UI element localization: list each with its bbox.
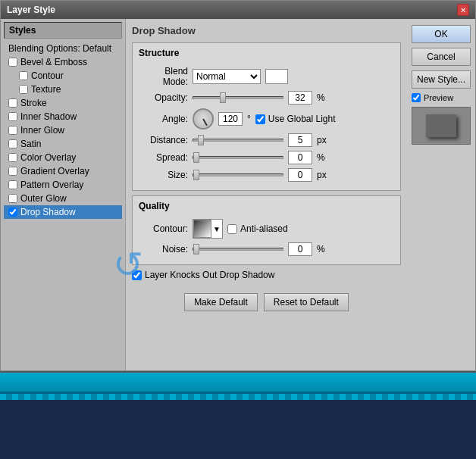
sidebar-item-color-overlay[interactable]: Color Overlay	[4, 151, 122, 164]
blend-mode-select[interactable]: Normal Multiply Screen Overlay	[193, 69, 261, 84]
size-input[interactable]: 0	[288, 168, 312, 182]
outer-glow-checkbox[interactable]	[8, 194, 17, 203]
inner-glow-checkbox[interactable]	[8, 126, 17, 135]
angle-label: Angle:	[139, 114, 188, 124]
preview-checkbox[interactable]	[412, 93, 421, 102]
bevel-emboss-checkbox[interactable]	[8, 58, 17, 67]
sidebar-item-gradient-overlay[interactable]: Gradient Overlay	[4, 164, 122, 178]
canvas-main	[0, 400, 476, 459]
angle-row: Angle: 120 ° Use Global Light	[139, 108, 394, 130]
spread-label: Spread:	[139, 152, 188, 163]
contour-select[interactable]: ▼	[193, 219, 223, 239]
satin-label: Satin	[20, 139, 41, 149]
distance-label: Distance:	[139, 135, 188, 145]
main-content: Drop Shadow Structure Blend Mode: Normal…	[126, 19, 407, 370]
gradient-overlay-checkbox[interactable]	[8, 167, 17, 176]
sidebar-item-satin[interactable]: Satin	[4, 137, 122, 151]
texture-checkbox[interactable]	[19, 85, 28, 94]
satin-checkbox[interactable]	[8, 139, 17, 148]
contour-checkbox[interactable]	[19, 71, 28, 80]
blending-options-label: Blending Options: Default	[8, 43, 111, 54]
opacity-slider[interactable]	[193, 96, 283, 99]
quality-label: Quality	[139, 201, 394, 214]
anti-aliased-label[interactable]: Anti-aliased	[227, 223, 288, 234]
ok-button[interactable]: OK	[412, 25, 471, 43]
sidebar-item-inner-glow[interactable]: Inner Glow	[4, 123, 122, 137]
inner-shadow-checkbox[interactable]	[8, 112, 17, 121]
sidebar-item-contour[interactable]: Contour	[4, 69, 122, 83]
layer-knocks-out-row: Layer Knocks Out Drop Shadow	[132, 270, 401, 280]
left-panel: Styles Blending Options: Default Bevel &…	[1, 19, 126, 370]
noise-input[interactable]: 0	[288, 242, 312, 256]
color-overlay-checkbox[interactable]	[8, 153, 17, 162]
contour-label: Contour:	[139, 223, 188, 234]
sidebar-item-outer-glow[interactable]: Outer Glow	[4, 192, 122, 205]
opacity-row: Opacity: 32 %	[139, 91, 394, 105]
sidebar-item-texture[interactable]: Texture	[4, 83, 122, 96]
opacity-input[interactable]: 32	[288, 91, 312, 105]
noise-slider[interactable]	[193, 248, 283, 251]
angle-input[interactable]: 120	[218, 112, 243, 126]
bottom-buttons: Make Default Reset to Default	[132, 293, 401, 311]
pattern-overlay-checkbox[interactable]	[8, 180, 17, 189]
gradient-overlay-label: Gradient Overlay	[20, 166, 89, 176]
texture-label: Texture	[31, 84, 61, 95]
spread-slider[interactable]	[193, 156, 283, 159]
dialog-title: Layer Style	[7, 5, 55, 15]
color-overlay-label: Color Overlay	[20, 152, 76, 163]
sidebar-item-inner-shadow[interactable]: Inner Shadow	[4, 110, 122, 123]
blend-mode-label: Blend Mode:	[139, 66, 188, 87]
stroke-checkbox[interactable]	[8, 98, 17, 108]
use-global-light-label[interactable]: Use Global Light	[255, 114, 336, 124]
far-right-panel: OK Cancel New Style... Preview	[407, 19, 475, 370]
spread-row: Spread: 0 %	[139, 151, 394, 164]
canvas-zigzag	[0, 394, 476, 400]
new-style-button[interactable]: New Style...	[412, 70, 471, 89]
distance-input[interactable]: 5	[288, 133, 312, 147]
canvas-top-strip	[0, 373, 476, 394]
angle-unit: °	[247, 114, 251, 124]
angle-dial[interactable]	[193, 108, 214, 130]
contour-dropdown-arrow: ▼	[213, 225, 221, 233]
bevel-emboss-label: Bevel & Emboss	[20, 57, 87, 67]
drop-shadow-label: Drop Shadow	[20, 207, 76, 217]
preview-label[interactable]: Preview	[412, 93, 471, 102]
quality-section: Quality Contour: ▼ Anti-aliased Noise:	[132, 195, 401, 265]
make-default-button[interactable]: Make Default	[184, 293, 258, 311]
drop-shadow-title: Drop Shadow	[132, 25, 401, 36]
inner-glow-label: Inner Glow	[20, 125, 64, 136]
inner-shadow-label: Inner Shadow	[20, 111, 77, 122]
drop-shadow-checkbox[interactable]	[8, 208, 17, 217]
spread-input[interactable]: 0	[288, 151, 312, 164]
noise-label: Noise:	[139, 244, 188, 254]
size-label: Size:	[139, 170, 188, 180]
sidebar-item-blending-options[interactable]: Blending Options: Default	[4, 42, 122, 55]
blend-color-box[interactable]	[265, 69, 288, 84]
close-button[interactable]: ✕	[457, 4, 469, 16]
distance-slider[interactable]	[193, 139, 283, 142]
sidebar-item-bevel-emboss[interactable]: Bevel & Emboss	[4, 55, 122, 69]
layer-knocks-out-label[interactable]: Layer Knocks Out Drop Shadow	[132, 270, 274, 280]
title-bar: Layer Style ✕	[1, 1, 475, 19]
size-unit: px	[317, 170, 327, 180]
anti-aliased-checkbox[interactable]	[227, 224, 237, 234]
size-row: Size: 0 px	[139, 168, 394, 182]
preview-box	[412, 107, 471, 145]
cancel-button[interactable]: Cancel	[412, 48, 471, 66]
distance-unit: px	[317, 135, 327, 145]
canvas-area	[0, 371, 476, 459]
sidebar-item-drop-shadow[interactable]: Drop Shadow	[4, 205, 122, 219]
contour-thumbnail	[193, 220, 211, 238]
sidebar-item-stroke[interactable]: Stroke	[4, 96, 122, 110]
reset-to-default-button[interactable]: Reset to Default	[264, 293, 349, 311]
pattern-overlay-label: Pattern Overlay	[20, 180, 83, 190]
contour-label: Contour	[31, 70, 64, 81]
size-slider[interactable]	[193, 173, 283, 176]
styles-header: Styles	[4, 22, 122, 39]
use-global-light-checkbox[interactable]	[255, 114, 265, 124]
blend-mode-row: Blend Mode: Normal Multiply Screen Overl…	[139, 66, 394, 87]
structure-label: Structure	[139, 48, 394, 61]
sidebar-item-pattern-overlay[interactable]: Pattern Overlay	[4, 178, 122, 192]
outer-glow-label: Outer Glow	[20, 193, 67, 204]
distance-row: Distance: 5 px	[139, 133, 394, 147]
